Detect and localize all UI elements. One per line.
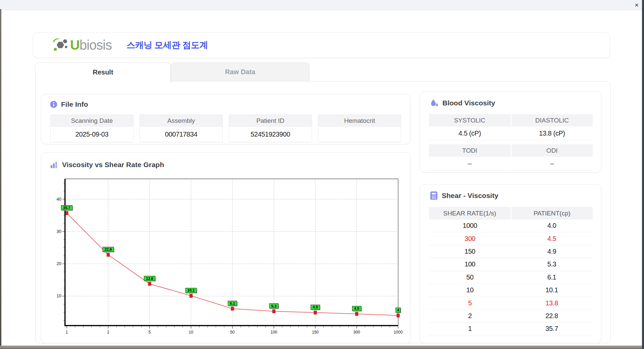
file-info-field-label: Assembly [140,115,222,127]
graph-title: Viscosity vs Shear Rate Graph [50,161,164,169]
droplets-icon [430,99,439,107]
bv-value: – [429,157,511,170]
file-info-field-label: Hematocrit [318,115,401,127]
file-info-field: Scanning Date 2025-09-03 [50,114,133,142]
patient-viscosity-value: 5.3 [511,260,593,268]
shear-table-row: 1 35.7 [429,322,593,335]
svg-text:20: 20 [57,261,61,266]
svg-text:13.8: 13.8 [146,277,153,281]
file-info-field-label: Scanning Date [51,115,133,127]
file-info-title: File Info [50,100,88,108]
graph-card: Viscosity vs Shear Rate Graph 1251050100… [41,152,411,343]
file-info-field: Patient ID 52451923900 [229,114,312,142]
window-titlebar: × [0,0,642,10]
ubiosis-logo: Ubiosis [51,38,112,53]
shear-rate-value: 10 [429,286,511,294]
blood-viscosity-title: Blood Viscosity [430,99,495,107]
bv-value: 4.5 (cP) [429,127,511,140]
svg-text:1000: 1000 [394,330,403,335]
desktop-edge-bottom [0,346,642,349]
shear-table-row: 100 5.3 [429,258,593,271]
bar-chart-icon [50,161,58,169]
patient-viscosity-value: 4.9 [511,248,593,255]
bv-value: – [512,157,593,170]
shear-rate-value: 2 [429,312,511,320]
file-info-field-label: Patient ID [229,115,312,127]
svg-text:4.9: 4.9 [313,305,318,309]
shear-table-body: 1000 4.0 300 4.5 150 4.9 100 5.3 50 6.1 … [429,219,593,336]
svg-text:2: 2 [107,330,109,335]
viscosity-chart: 125105010015030010001020304035.722.813.8… [51,176,406,336]
file-info-field-value: 2025-09-03 [51,127,133,142]
screen: × Ubiosis 스캐닝 모세관 점도계 Result Raw Data [0,0,644,349]
svg-text:40: 40 [57,197,61,202]
file-info-field-value: 52451923900 [229,127,312,142]
bv-value: 13.8 (cP) [512,127,593,140]
shear-viscosity-card: Shear - Viscosity SHEAR RATE(1/s) PATIEN… [420,184,601,343]
blood-viscosity-row: SYSTOLIC DIASTOLIC 4.5 (cP) 13.8 (cP) [429,114,593,140]
shear-rate-value: 5 [429,299,511,307]
svg-text:100: 100 [270,330,277,335]
shear-viscosity-table: SHEAR RATE(1/s) PATIENT(cp) 1000 4.0 300… [429,207,593,336]
svg-text:10.1: 10.1 [187,288,195,292]
shear-table-row: 2 22.8 [429,310,593,322]
shear-table-row: 1000 4.0 [429,219,593,232]
svg-text:1: 1 [66,330,68,335]
calculator-icon [430,191,438,200]
blood-viscosity-row: TODI ODI – – [429,144,593,170]
patient-viscosity-value: 10.1 [511,286,593,294]
shear-rate-value: 1 [429,325,511,333]
desktop-edge-right [642,0,644,349]
blood-viscosity-card: Blood Viscosity SYSTOLIC DIASTOLIC 4.5 (… [420,91,601,172]
svg-text:30: 30 [57,229,61,234]
shear-rate-value: 1000 [429,222,511,230]
svg-text:4.5: 4.5 [354,306,359,310]
svg-text:5: 5 [149,330,151,335]
file-info-field: Assembly 000717834 [140,114,223,142]
svg-text:6.1: 6.1 [230,301,235,305]
svg-text:150: 150 [312,330,319,335]
blood-viscosity-grid: SYSTOLIC DIASTOLIC 4.5 (cP) 13.8 (cP) TO… [429,114,593,174]
file-info-field-value [318,127,401,142]
ubiosis-logo-icon [51,38,69,53]
svg-text:300: 300 [353,330,360,335]
shear-table-row: 5 13.8 [429,297,593,309]
bv-label: ODI [512,144,593,157]
file-info-field: Hematocrit [318,114,401,142]
svg-text:22.8: 22.8 [105,247,112,251]
patient-viscosity-value: 6.1 [511,273,593,281]
header-card: Ubiosis 스캐닝 모세관 점도계 [33,32,610,58]
svg-text:4: 4 [397,308,399,312]
bv-label: DIASTOLIC [512,114,593,127]
shear-rate-column-header: SHEAR RATE(1/s) [429,207,511,219]
svg-text:10: 10 [57,293,61,298]
patient-viscosity-value: 4.5 [511,235,593,243]
shear-rate-value: 50 [429,273,511,281]
shear-table-row: 50 6.1 [429,271,593,284]
shear-rate-value: 100 [429,260,511,268]
patient-column-header: PATIENT(cp) [512,207,593,219]
app-title: 스캐닝 모세관 점도계 [126,39,208,51]
tab-raw-data[interactable]: Raw Data [171,62,310,82]
shear-rate-value: 150 [429,248,511,255]
file-info-fields: Scanning Date 2025-09-03 Assembly 000717… [50,114,401,142]
close-button[interactable]: × [635,1,639,9]
file-info-card: File Info Scanning Date 2025-09-03 Assem… [41,94,411,144]
svg-text:10: 10 [189,330,194,335]
bv-label: TODI [429,144,511,157]
logo-text: Ubiosis [70,38,112,53]
patient-viscosity-value: 22.8 [511,312,593,320]
patient-viscosity-value: 35.7 [511,325,593,333]
shear-table-header: SHEAR RATE(1/s) PATIENT(cp) [429,207,593,219]
file-info-field-value: 000717834 [140,127,222,142]
tab-result[interactable]: Result [35,62,171,82]
svg-text:5.3: 5.3 [271,304,276,308]
info-icon [50,101,57,108]
shear-table-row: 150 4.9 [429,245,593,258]
shear-rate-value: 300 [429,235,511,243]
desktop-edge-left [0,9,1,346]
shear-viscosity-title: Shear - Viscosity [430,191,498,200]
bv-label: SYSTOLIC [429,114,511,127]
svg-text:50: 50 [230,330,235,335]
patient-viscosity-value: 13.8 [511,299,593,307]
